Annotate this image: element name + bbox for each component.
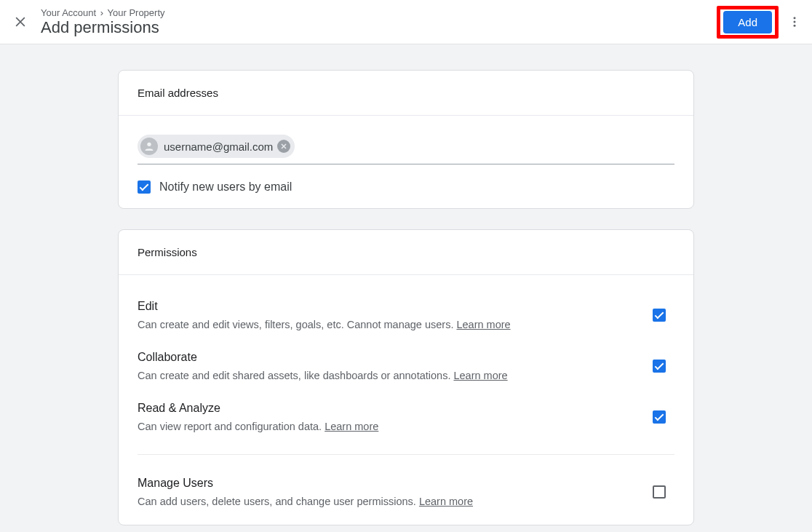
permission-item-read-analyze: Read & Analyze Can view report and confi… [138, 392, 674, 442]
permission-title: Collaborate [138, 351, 638, 364]
chip-email-text: username@gmail.com [164, 140, 273, 153]
more-vert-icon [788, 15, 801, 28]
learn-more-link[interactable]: Learn more [325, 421, 378, 432]
overflow-menu-button[interactable] [786, 13, 803, 31]
permissions-card: Permissions Edit Can create and edit vie… [118, 229, 694, 525]
chip-remove-button[interactable] [277, 140, 290, 153]
svg-point-0 [794, 17, 796, 19]
svg-point-3 [147, 143, 151, 146]
divider [138, 454, 674, 455]
email-card-heading: Email addresses [119, 71, 693, 116]
notify-label[interactable]: Notify new users by email [159, 180, 292, 194]
permission-desc: Can create and edit views, filters, goal… [138, 319, 638, 330]
add-button-highlight: Add [717, 6, 779, 39]
permission-checkbox-collaborate[interactable] [653, 360, 666, 373]
permission-title: Edit [138, 300, 638, 313]
add-button[interactable]: Add [723, 11, 772, 33]
breadcrumb-property[interactable]: Your Property [108, 7, 165, 18]
notify-checkbox[interactable] [138, 180, 151, 194]
permission-desc: Can view report and configuration data. … [138, 421, 638, 432]
main-content: Email addresses username@gmail.com Notif… [0, 44, 812, 532]
svg-point-1 [794, 21, 796, 23]
permissions-card-heading: Permissions [119, 230, 693, 275]
permission-item-edit: Edit Can create and edit views, filters,… [138, 290, 674, 341]
permission-desc: Can create and edit shared assets, like … [138, 370, 638, 381]
learn-more-link[interactable]: Learn more [453, 370, 507, 381]
email-chip: username@gmail.com [138, 135, 295, 158]
permission-title: Manage Users [138, 477, 638, 490]
permission-checkbox-edit[interactable] [653, 309, 666, 322]
permission-item-collaborate: Collaborate Can create and edit shared a… [138, 341, 674, 392]
permission-title: Read & Analyze [138, 402, 638, 415]
dialog-header: Your Account › Your Property Add permiss… [0, 0, 812, 44]
permission-checkbox-read-analyze[interactable] [653, 410, 666, 424]
permission-checkbox-manage-users[interactable] [653, 485, 666, 499]
permissions-list: Edit Can create and edit views, filters,… [119, 275, 693, 525]
close-button[interactable] [9, 10, 32, 33]
learn-more-link[interactable]: Learn more [456, 319, 510, 330]
chevron-right-icon: › [99, 7, 105, 18]
breadcrumb-account[interactable]: Your Account [41, 7, 96, 18]
title-block: Your Account › Your Property Add permiss… [41, 7, 717, 37]
page-title: Add permissions [41, 18, 717, 37]
email-addresses-card: Email addresses username@gmail.com Notif… [118, 70, 694, 209]
permission-item-manage-users: Manage Users Can add users, delete users… [138, 467, 674, 517]
learn-more-link[interactable]: Learn more [419, 496, 473, 507]
permission-desc: Can add users, delete users, and change … [138, 496, 638, 507]
notify-row: Notify new users by email [138, 180, 674, 194]
email-input-row[interactable]: username@gmail.com [138, 135, 674, 164]
avatar-icon [140, 138, 158, 155]
cancel-icon [279, 142, 288, 151]
svg-point-2 [794, 25, 796, 27]
breadcrumb: Your Account › Your Property [41, 7, 717, 18]
close-icon [13, 15, 28, 29]
